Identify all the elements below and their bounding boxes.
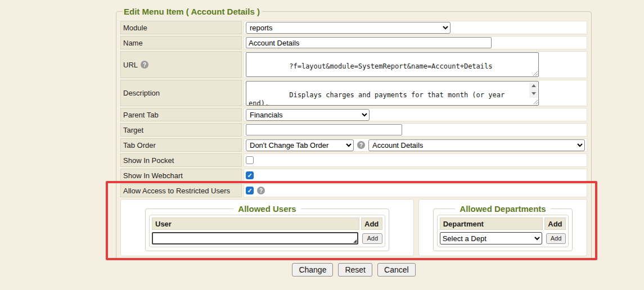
name-label: Name: [120, 36, 242, 49]
show-in-pocket-cell: [244, 153, 587, 167]
allow-restricted-help-icon[interactable]: ?: [257, 187, 265, 194]
allow-restricted-row: Allow Access to Restricted Users ?: [120, 184, 587, 197]
add-column-header: Add: [544, 218, 566, 230]
module-label: Module: [120, 21, 242, 34]
tab-order-help-icon[interactable]: ?: [357, 141, 365, 149]
allowed-departments-panel: Allowed Departments Department Add Selec…: [418, 199, 587, 256]
show-in-pocket-label: Show In Pocket: [120, 153, 242, 167]
tab-order-cell: Don't Change Tab Order ? Account Details: [244, 138, 587, 152]
show-in-webchart-cell: [244, 169, 587, 182]
target-row: Target: [120, 123, 587, 137]
tab-order-label: Tab Order: [120, 138, 242, 152]
textarea-scrollbar[interactable]: [529, 82, 538, 98]
resize-grabber-icon[interactable]: [532, 70, 538, 76]
allowed-departments-fieldset: Allowed Departments Department Add Selec…: [433, 204, 573, 251]
url-cell: ?f=layout&module=SystemReport&name=Accou…: [244, 51, 587, 78]
input-corner-icon: [353, 239, 357, 243]
page: Edit Menu Item ( Account Details ) Modul…: [0, 0, 644, 290]
url-text: ?f=layout&module=SystemReport&name=Accou…: [289, 62, 492, 70]
allow-restricted-checkbox[interactable]: [246, 187, 254, 194]
name-row: Name: [120, 36, 587, 49]
parent-tab-label: Parent Tab: [120, 108, 242, 121]
tab-order-item-select[interactable]: Account Details: [368, 139, 585, 151]
add-department-button[interactable]: Add: [546, 233, 566, 244]
show-in-pocket-row: Show In Pocket: [120, 153, 587, 167]
resize-grabber-icon[interactable]: [532, 99, 538, 105]
reset-button[interactable]: Reset: [338, 263, 372, 277]
name-cell: [244, 36, 587, 49]
description-text: Displays charges and payments for that m…: [249, 91, 508, 106]
parent-tab-cell: Financials: [244, 108, 587, 121]
url-row: URL ? ?f=layout&module=SystemReport&name…: [120, 51, 587, 78]
description-label: Description: [120, 80, 242, 106]
allowed-departments-title: Allowed Departments: [455, 204, 550, 214]
allowed-users-controls: Add: [152, 232, 382, 244]
cancel-button[interactable]: Cancel: [377, 263, 416, 277]
allowed-users-table: User Add Add: [149, 215, 385, 247]
allowed-users-title: Allowed Users: [233, 204, 300, 214]
target-cell: [244, 123, 587, 137]
user-input[interactable]: [152, 232, 358, 244]
scroll-down-icon[interactable]: [529, 90, 538, 98]
tab-order-row: Tab Order Don't Change Tab Order ? Accou…: [120, 138, 587, 152]
user-input-wrap: [152, 232, 358, 244]
show-in-webchart-label: Show In Webchart: [120, 169, 242, 182]
module-select[interactable]: reports: [246, 22, 451, 34]
form-actions: Change Reset Cancel: [116, 263, 592, 277]
url-help-icon[interactable]: ?: [141, 61, 148, 69]
department-select[interactable]: Select a Dept: [440, 232, 542, 244]
description-row: Description Displays charges and payment…: [120, 80, 587, 106]
target-input[interactable]: [246, 124, 402, 135]
allowed-users-panel: Allowed Users User Add Add: [120, 199, 414, 256]
allowed-section: Allowed Users User Add Add: [120, 199, 587, 256]
show-in-pocket-checkbox[interactable]: [246, 156, 254, 164]
edit-menu-item-form: Edit Menu Item ( Account Details ) Modul…: [116, 7, 592, 260]
url-label-cell: URL ?: [120, 51, 242, 78]
department-column-header: Department: [440, 218, 543, 230]
allow-restricted-label: Allow Access to Restricted Users: [120, 184, 242, 197]
description-cell: Displays charges and payments for that m…: [244, 80, 587, 106]
form-title: Edit Menu Item ( Account Details ): [123, 7, 262, 16]
tab-order-select[interactable]: Don't Change Tab Order: [246, 139, 354, 151]
show-in-webchart-checkbox[interactable]: [246, 171, 254, 179]
module-row: Module reports: [120, 21, 587, 34]
name-input[interactable]: [246, 37, 492, 48]
allowed-departments-header: Department Add: [440, 218, 566, 230]
change-button[interactable]: Change: [292, 263, 333, 277]
show-in-webchart-row: Show In Webchart: [120, 169, 587, 182]
user-column-header: User: [152, 218, 359, 230]
parent-tab-select[interactable]: Financials: [246, 109, 370, 121]
description-textarea[interactable]: Displays charges and payments for that m…: [246, 81, 539, 106]
allowed-users-fieldset: Allowed Users User Add Add: [145, 204, 389, 251]
url-textarea[interactable]: ?f=layout&module=SystemReport&name=Accou…: [246, 52, 539, 77]
parent-tab-row: Parent Tab Financials: [120, 108, 587, 121]
add-user-button[interactable]: Add: [362, 233, 382, 244]
allowed-departments-controls: Select a Dept Add: [440, 232, 566, 244]
allow-restricted-cell: ?: [244, 184, 587, 197]
target-label: Target: [120, 123, 242, 137]
url-label: URL: [123, 61, 138, 69]
scroll-up-icon[interactable]: [529, 82, 538, 90]
allowed-users-header: User Add: [152, 218, 382, 230]
module-cell: reports: [244, 21, 587, 34]
add-column-header: Add: [361, 218, 382, 230]
allowed-departments-table: Department Add Select a Dept Add: [437, 215, 569, 247]
